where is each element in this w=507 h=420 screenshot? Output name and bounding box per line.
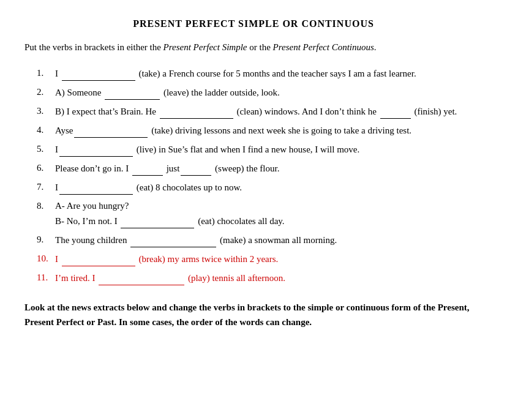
item-content: A- Are you hungry? B- No, I’m not. I (ea… bbox=[55, 198, 483, 228]
list-item: 5. I (live) in Sue’s flat and when I fin… bbox=[37, 141, 483, 157]
blank-2 bbox=[105, 84, 160, 100]
instructions: Put the verbs in brackets in either the … bbox=[24, 40, 483, 54]
instructions-text-end: . bbox=[374, 42, 377, 52]
list-item: 3. B) I expect that’s Brain. He (clean) … bbox=[37, 103, 483, 119]
blank-5 bbox=[59, 141, 133, 157]
blank-6b bbox=[181, 160, 211, 176]
blank-3b bbox=[380, 103, 411, 119]
item-num: 1. bbox=[37, 66, 55, 80]
bottom-instructions: Look at the news extracts below and chan… bbox=[24, 300, 483, 329]
item-num: 2. bbox=[37, 84, 55, 99]
item-content: I’m tired. I (play) tennis all afternoon… bbox=[55, 270, 483, 285]
item-content: B) I expect that’s Brain. He (clean) win… bbox=[55, 103, 483, 119]
blank-3a bbox=[160, 103, 233, 119]
instructions-italic2: Present Perfect Continuous bbox=[273, 42, 374, 52]
item-num: 8. bbox=[37, 198, 55, 213]
list-item: 1. I (take) a French course for 5 months… bbox=[37, 66, 483, 81]
instructions-italic1: Present Perfect Simple bbox=[163, 42, 247, 52]
item-num: 4. bbox=[37, 122, 55, 137]
list-item: 7. I (eat) 8 chocolates up to now. bbox=[37, 179, 483, 195]
list-item: 4. Ayse (take) driving lessons and next … bbox=[37, 122, 483, 138]
item-num: 10. bbox=[37, 251, 55, 266]
instructions-text-mid: or the bbox=[247, 42, 273, 52]
item-num: 9. bbox=[37, 232, 55, 247]
item-num: 6. bbox=[37, 160, 55, 175]
list-item: 9. The young children (make) a snowman a… bbox=[37, 232, 483, 247]
item-num: 7. bbox=[37, 179, 55, 194]
page-title: PRESENT PERFECT SIMPLE OR CONTINUOUS bbox=[24, 18, 483, 29]
item-content: I (break) my arms twice within 2 years. bbox=[55, 251, 483, 266]
item-content: I (take) a French course for 5 months an… bbox=[55, 66, 483, 81]
blank-7 bbox=[59, 179, 133, 195]
item-content: I (live) in Sue’s flat and when I find a… bbox=[55, 141, 483, 157]
item-content: I (eat) 8 chocolates up to now. bbox=[55, 179, 483, 195]
item-content: The young children (make) a snowman all … bbox=[55, 232, 483, 247]
blank-1 bbox=[62, 66, 135, 81]
blank-6a bbox=[132, 160, 163, 176]
list-item: 11. I’m tired. I (play) tennis all after… bbox=[37, 270, 483, 285]
item-num: 5. bbox=[37, 141, 55, 156]
instructions-text-start: Put the verbs in brackets in either the bbox=[24, 42, 163, 52]
item-content: A) Someone (leave) the ladder outside, l… bbox=[55, 84, 483, 100]
blank-9 bbox=[130, 232, 216, 247]
list-item: 6. Please don’t go in. I just (sweep) th… bbox=[37, 160, 483, 176]
blank-8 bbox=[121, 213, 194, 228]
item-content: Ayse (take) driving lessons and next wee… bbox=[55, 122, 483, 138]
list-item: 10. I (break) my arms twice within 2 yea… bbox=[37, 251, 483, 266]
item-content: Please don’t go in. I just (sweep) the f… bbox=[55, 160, 483, 176]
item-num: 3. bbox=[37, 103, 55, 118]
blank-10 bbox=[62, 251, 135, 266]
exercise-list: 1. I (take) a French course for 5 months… bbox=[37, 66, 483, 285]
item-num: 11. bbox=[37, 270, 55, 285]
blank-11 bbox=[99, 270, 184, 285]
list-item: 2. A) Someone (leave) the ladder outside… bbox=[37, 84, 483, 100]
blank-4 bbox=[74, 122, 148, 138]
list-item: 8. A- Are you hungry? B- No, I’m not. I … bbox=[37, 198, 483, 228]
